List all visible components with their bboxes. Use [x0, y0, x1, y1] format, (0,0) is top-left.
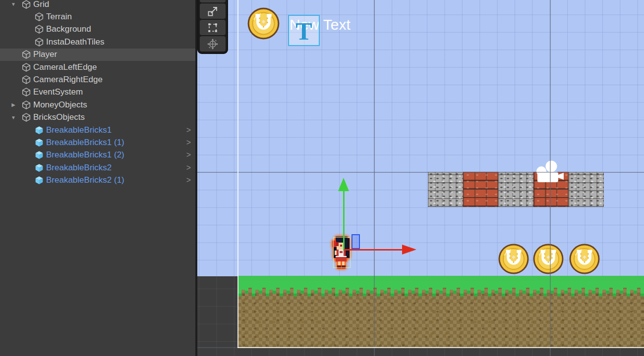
foldout-arrow[interactable] — [9, 49, 17, 61]
grid-major-vline — [374, 0, 375, 356]
stone-brick-tile[interactable] — [569, 172, 604, 207]
gameobject-cube-icon — [22, 113, 31, 122]
prefab-chevron[interactable]: > — [186, 136, 191, 149]
gameobject-cube-icon — [22, 88, 31, 97]
level-bounds-bottom-line — [237, 347, 644, 348]
gameobject-label: Player — [33, 50, 57, 59]
foldout-arrow[interactable] — [9, 86, 17, 99]
hierarchy-row[interactable]: ▼ Br — [0, 111, 195, 124]
gameobject-label: BreakableBricks1 (1) — [46, 138, 124, 148]
rect-tool-icon — [207, 22, 219, 34]
gameobject-label: Background — [46, 24, 91, 34]
hierarchy-row[interactable]: Player > — [0, 49, 195, 61]
grid-major-hline — [197, 347, 238, 348]
gameobject-label: Grid — [33, 0, 49, 9]
gameobject-cube-icon — [22, 63, 31, 72]
gameobject-label: BreakableBricks1 — [46, 125, 112, 135]
gameobject-label: EventSystem — [33, 87, 83, 97]
prefab-chevron[interactable]: > — [186, 174, 191, 186]
foldout-arrow[interactable]: ▼ — [9, 0, 17, 10]
foldout-arrow[interactable] — [9, 161, 17, 174]
hierarchy-row[interactable]: Background > — [0, 23, 195, 36]
gameobject-label: CameraRightEdge — [33, 75, 103, 85]
move-gizmo-x-axis[interactable] — [344, 249, 403, 251]
prefab-cube-icon — [35, 138, 44, 147]
foldout-arrow[interactable] — [9, 124, 17, 136]
grid-major-vline — [550, 0, 551, 356]
foldout-arrow[interactable] — [9, 10, 17, 23]
hierarchy-row[interactable]: BreakableBricks1 (1) > — [0, 136, 195, 149]
gameobject-label: BreakableBricks2 — [46, 163, 112, 173]
gameobject-cube-icon — [22, 50, 31, 59]
gameobject-cube-icon — [22, 101, 31, 109]
gameobject-label: MoneyObjects — [33, 100, 87, 110]
scene-tools-toolbar — [197, 0, 228, 54]
hierarchy-row[interactable]: BreakableBricks2 (1) > — [0, 174, 195, 186]
transform-tool-icon — [207, 38, 219, 50]
hierarchy-row[interactable]: EventSystem > — [0, 86, 195, 99]
stone-brick-tile[interactable] — [428, 172, 463, 207]
gameobject-label: Terrain — [46, 12, 72, 22]
scale-tool-button[interactable] — [200, 3, 226, 19]
rect-tool-button[interactable] — [200, 20, 226, 35]
coin-sprite[interactable] — [498, 243, 529, 275]
foldout-arrow[interactable] — [9, 73, 17, 86]
foldout-arrow[interactable] — [9, 136, 17, 149]
stone-brick-tile[interactable] — [498, 172, 533, 207]
foldout-arrow[interactable]: ▶ — [9, 99, 17, 111]
grass-drips — [238, 282, 644, 299]
gameobject-label: BreakableBricks2 (1) — [46, 175, 124, 185]
prefab-cube-icon — [35, 176, 44, 185]
gameobject-cube-icon — [35, 12, 44, 21]
gameobject-label: BreakableBricks1 (2) — [46, 150, 124, 160]
hierarchy-row[interactable]: CameraRightEdge > — [0, 73, 195, 86]
unity-editor-window: ▼ Gr — [0, 0, 644, 356]
scene-viewport[interactable]: New Text T — [197, 0, 644, 356]
gameobject-cube-icon — [35, 25, 44, 34]
hierarchy-panel[interactable]: ▼ Gr — [0, 0, 195, 356]
clipped-tool-button[interactable] — [200, 0, 226, 2]
text-gizmo-t-glyph: T — [295, 19, 312, 44]
foldout-arrow[interactable] — [9, 174, 17, 186]
hierarchy-row[interactable]: BreakableBricks1 > — [0, 124, 195, 136]
coin-sprite[interactable] — [247, 7, 280, 40]
gameobject-label: InstaDeathTiles — [46, 37, 104, 47]
breakable-bricks-platform[interactable] — [428, 172, 604, 207]
foldout-arrow[interactable]: ▼ — [9, 111, 17, 124]
sky-background — [197, 0, 644, 276]
foldout-arrow[interactable] — [9, 61, 17, 73]
gameobject-cube-icon — [22, 75, 31, 84]
coin-sprite[interactable] — [532, 243, 564, 275]
gameobject-cube-icon — [22, 0, 31, 9]
hierarchy-row[interactable]: Terrain > — [0, 10, 195, 23]
level-bounds-left-line — [237, 0, 238, 348]
hierarchy-row[interactable]: ▶ Mo — [0, 99, 195, 111]
prefab-chevron[interactable]: > — [186, 124, 191, 136]
coin-sprite[interactable] — [569, 243, 600, 275]
hierarchy-row[interactable]: ▼ Gr — [0, 0, 195, 10]
gameobject-label: BricksObjects — [33, 112, 85, 122]
transform-tool-button[interactable] — [200, 36, 226, 51]
red-brick-tile[interactable] — [463, 172, 498, 207]
hierarchy-row[interactable]: InstaDeathTiles > — [0, 36, 195, 48]
grid-major-hline — [197, 172, 644, 173]
hierarchy-row[interactable]: BreakableBricks2 > — [0, 161, 195, 174]
foldout-arrow[interactable] — [9, 149, 17, 161]
selection-bounds-rect — [333, 237, 351, 268]
text-mesh-gizmo-icon[interactable]: T — [288, 15, 320, 46]
hierarchy-list: ▼ Gr — [0, 0, 195, 187]
scale-tool-icon — [207, 5, 219, 17]
prefab-cube-icon — [35, 163, 44, 172]
move-gizmo-x-arrowhead[interactable] — [402, 245, 416, 254]
hierarchy-row[interactable]: CameraLeftEdge > — [0, 61, 195, 73]
move-gizmo-y-axis[interactable] — [343, 191, 345, 251]
move-gizmo-y-arrowhead[interactable] — [338, 178, 349, 191]
prefab-chevron[interactable]: > — [186, 149, 191, 161]
prefab-chevron[interactable]: > — [186, 161, 191, 174]
gameobject-cube-icon — [35, 38, 44, 47]
prefab-cube-icon — [35, 126, 44, 135]
foldout-arrow[interactable] — [9, 23, 17, 36]
foldout-arrow[interactable] — [9, 36, 17, 48]
move-gizmo-xy-plane-handle[interactable] — [351, 234, 360, 249]
hierarchy-row[interactable]: BreakableBricks1 (2) > — [0, 149, 195, 161]
